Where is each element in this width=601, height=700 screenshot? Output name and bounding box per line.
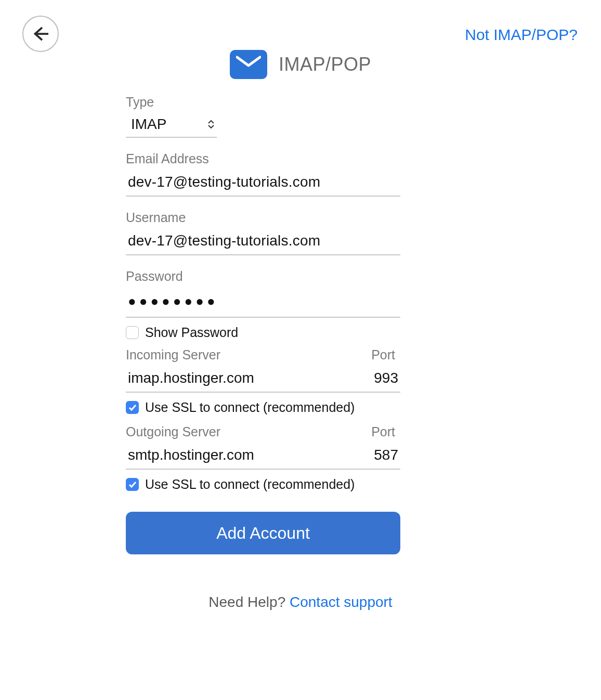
show-password-checkbox[interactable] bbox=[126, 326, 139, 339]
password-field[interactable]: ●●●●●●●● bbox=[126, 287, 400, 318]
mail-icon bbox=[230, 50, 267, 79]
outgoing-port-label: Port bbox=[371, 424, 395, 439]
email-label: Email Address bbox=[126, 151, 400, 166]
type-value: IMAP bbox=[131, 116, 166, 133]
email-field[interactable]: dev-17@testing-tutorials.com bbox=[126, 170, 400, 197]
outgoing-port-field[interactable]: 587 bbox=[374, 447, 398, 463]
outgoing-ssl-label: Use SSL to connect (recommended) bbox=[145, 477, 355, 492]
outgoing-ssl-checkbox[interactable] bbox=[126, 478, 139, 491]
outgoing-host-field[interactable]: smtp.hostinger.com bbox=[128, 447, 254, 463]
incoming-server-row[interactable]: imap.hostinger.com 993 bbox=[126, 366, 400, 393]
password-mask: ●●●●●●●● bbox=[128, 293, 398, 309]
page-header: IMAP/POP bbox=[0, 50, 601, 79]
page-title: IMAP/POP bbox=[279, 54, 371, 75]
help-row: Need Help? Contact support bbox=[0, 594, 601, 611]
password-label: Password bbox=[126, 269, 400, 284]
chevron-up-down-icon bbox=[207, 120, 215, 128]
show-password-checkbox-row[interactable]: Show Password bbox=[126, 325, 400, 340]
username-label: Username bbox=[126, 210, 400, 225]
incoming-ssl-label: Use SSL to connect (recommended) bbox=[145, 400, 355, 415]
username-field[interactable]: dev-17@testing-tutorials.com bbox=[126, 228, 400, 255]
type-label: Type bbox=[126, 95, 400, 110]
incoming-host-field[interactable]: imap.hostinger.com bbox=[128, 370, 254, 386]
help-text: Need Help? bbox=[208, 594, 290, 610]
account-form: Type IMAP Email Address dev-17@testing-t… bbox=[126, 95, 400, 554]
contact-support-link[interactable]: Contact support bbox=[290, 594, 393, 610]
back-button[interactable] bbox=[22, 16, 59, 52]
check-icon bbox=[128, 404, 137, 411]
outgoing-server-block: Outgoing Server Port smtp.hostinger.com … bbox=[126, 424, 400, 492]
arrow-left-icon bbox=[31, 24, 50, 43]
add-account-button[interactable]: Add Account bbox=[126, 512, 400, 554]
incoming-server-label: Incoming Server bbox=[126, 347, 220, 362]
incoming-ssl-checkbox[interactable] bbox=[126, 401, 139, 414]
incoming-server-block: Incoming Server Port imap.hostinger.com … bbox=[126, 347, 400, 415]
email-value: dev-17@testing-tutorials.com bbox=[128, 174, 398, 190]
type-select[interactable]: IMAP bbox=[126, 113, 217, 138]
check-icon bbox=[128, 481, 137, 488]
incoming-ssl-checkbox-row[interactable]: Use SSL to connect (recommended) bbox=[126, 400, 400, 415]
outgoing-server-row[interactable]: smtp.hostinger.com 587 bbox=[126, 443, 400, 470]
outgoing-ssl-checkbox-row[interactable]: Use SSL to connect (recommended) bbox=[126, 477, 400, 492]
incoming-port-label: Port bbox=[371, 347, 395, 362]
not-imap-pop-link[interactable]: Not IMAP/POP? bbox=[465, 26, 578, 44]
show-password-label: Show Password bbox=[145, 325, 238, 340]
username-value: dev-17@testing-tutorials.com bbox=[128, 232, 398, 249]
incoming-port-field[interactable]: 993 bbox=[374, 370, 398, 386]
outgoing-server-label: Outgoing Server bbox=[126, 424, 220, 439]
